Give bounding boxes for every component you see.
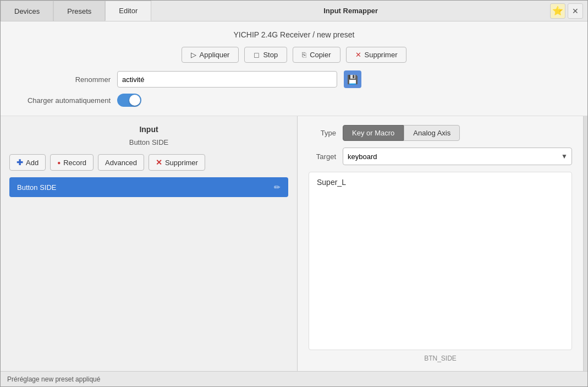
mapping-item-label: Button SIDE — [17, 183, 57, 192]
star-button[interactable]: ⭐ — [550, 3, 565, 19]
target-row: Target keyboard ▼ — [309, 148, 572, 165]
rename-label: Renommer — [12, 75, 111, 84]
main-window: Devices Presets Editor Input Remapper ⭐ … — [0, 0, 588, 387]
input-panel: Input Button SIDE ✚ Add ● Record Advance… — [1, 116, 298, 371]
main-content: YICHIP 2.4G Receiver / new preset ▷ Appl… — [1, 21, 587, 386]
edit-icon: ✏ — [274, 183, 281, 192]
top-section: YICHIP 2.4G Receiver / new preset ▷ Appl… — [1, 21, 587, 116]
close-button[interactable]: ✕ — [568, 3, 583, 19]
type-key-macro-button[interactable]: Key or Macro — [343, 125, 404, 141]
input-panel-title: Input — [9, 125, 288, 134]
tab-devices[interactable]: Devices — [1, 1, 53, 21]
window-controls: ⭐ ✕ — [550, 1, 587, 21]
autoload-row: Charger automatiquement — [12, 94, 576, 107]
type-row: Type Key or Macro Analog Axis — [309, 125, 572, 141]
tab-editor[interactable]: Editor — [105, 1, 151, 21]
type-label: Type — [309, 129, 336, 137]
titlebar: Devices Presets Editor Input Remapper ⭐ … — [1, 1, 587, 21]
split-pane: Input Button SIDE ✚ Add ● Record Advance… — [1, 116, 587, 371]
toolbar-buttons: ▷ Appliquer ◻ Stop ⎘ Copier ✕ Supprimer — [12, 47, 576, 63]
record-icon: ● — [57, 160, 61, 166]
add-icon: ✚ — [17, 158, 23, 167]
toggle-knob — [129, 95, 140, 106]
copy-icon: ⎘ — [302, 51, 306, 59]
stop-button[interactable]: ◻ Stop — [244, 47, 287, 63]
stop-icon: ◻ — [254, 51, 260, 59]
type-analog-button[interactable]: Analog Axis — [404, 125, 460, 141]
delete-preset-button[interactable]: ✕ Supprimer — [346, 47, 407, 63]
add-button[interactable]: ✚ Add — [9, 154, 46, 171]
window-title: Input Remapper — [151, 1, 550, 21]
delete-mapping-button[interactable]: ✕ Supprimer — [149, 154, 205, 171]
record-button[interactable]: ● Record — [50, 154, 94, 171]
apply-icon: ▷ — [191, 51, 196, 59]
statusbar: Préréglage new preset appliqué — [1, 371, 587, 386]
advanced-button[interactable]: Advanced — [98, 154, 144, 171]
rename-input[interactable] — [117, 71, 337, 88]
target-select-wrapper: keyboard ▼ — [343, 148, 572, 165]
bottom-label: BTN_SIDE — [309, 355, 572, 362]
target-label: Target — [309, 152, 336, 161]
copy-button[interactable]: ⎘ Copier — [293, 47, 340, 63]
delete-preset-icon: ✕ — [355, 51, 361, 59]
key-display-area: Super_L BTN_SIDE — [309, 172, 572, 362]
target-select[interactable]: keyboard — [343, 148, 572, 165]
output-panel: Type Key or Macro Analog Axis Target — [298, 116, 583, 371]
action-buttons: ✚ Add ● Record Advanced ✕ Supprimer — [9, 154, 288, 171]
type-buttons: Key or Macro Analog Axis — [343, 125, 460, 141]
apply-button[interactable]: ▷ Appliquer — [182, 47, 239, 63]
mapping-item[interactable]: Button SIDE ✏ — [9, 177, 288, 197]
rename-row: Renommer 💾 — [12, 70, 576, 88]
autoload-toggle[interactable] — [117, 94, 141, 107]
input-panel-subtitle: Button SIDE — [9, 138, 288, 146]
statusbar-text: Préréglage new preset appliqué — [7, 375, 100, 383]
key-input-box[interactable]: Super_L — [309, 172, 572, 350]
tab-presets[interactable]: Presets — [53, 1, 105, 21]
right-edge — [583, 116, 587, 371]
save-icon: 💾 — [347, 74, 358, 85]
preset-title: YICHIP 2.4G Receiver / new preset — [12, 30, 576, 39]
delete-mapping-icon: ✕ — [156, 158, 162, 167]
save-rename-button[interactable]: 💾 — [344, 70, 361, 88]
autoload-label: Charger automatiquement — [12, 96, 111, 105]
